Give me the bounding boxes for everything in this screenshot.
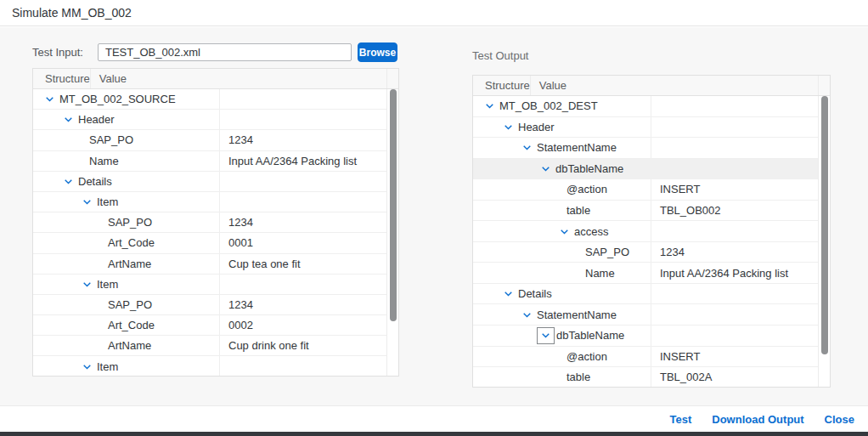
- chevron-down-icon: [82, 362, 92, 371]
- chevron-down-icon: [522, 143, 532, 152]
- node-label: Item: [97, 278, 118, 291]
- chevron-down-icon: [504, 289, 513, 298]
- node-value: Cup drink one fit: [219, 336, 386, 355]
- expand-toggle[interactable]: [541, 164, 550, 173]
- tree-row[interactable]: SAP_PO1234: [33, 212, 386, 233]
- tree-row[interactable]: tableTBL_OB002: [473, 201, 818, 222]
- tree-row[interactable]: SAP_PO1234: [33, 130, 386, 150]
- tree-row[interactable]: Item: [33, 192, 386, 212]
- tree-row[interactable]: Item: [33, 356, 386, 376]
- node-label: Item: [97, 195, 118, 208]
- tree-row[interactable]: StatementName: [473, 138, 818, 159]
- tree-row[interactable]: StatementName: [473, 304, 818, 326]
- node-label: ArtName: [108, 258, 151, 270]
- expand-toggle[interactable]: [64, 115, 73, 124]
- node-value: [651, 117, 818, 138]
- node-label: Name: [585, 267, 615, 280]
- column-header-value: Value: [530, 76, 818, 95]
- table-body: MT_OB_002_DESTHeaderStatementNamedbTable…: [473, 96, 818, 387]
- node-value: INSERT: [651, 347, 818, 367]
- node-label: SAP_PO: [108, 216, 152, 229]
- expand-toggle[interactable]: [82, 362, 92, 371]
- structure-cell: MT_OB_002_DEST: [473, 96, 651, 116]
- structure-cell: Item: [33, 356, 219, 376]
- test-input-field[interactable]: [98, 43, 352, 61]
- tree-row[interactable]: Header: [33, 110, 386, 130]
- chevron-down-icon: [522, 310, 532, 320]
- tree-row[interactable]: NameInput AA/2364 Packing list: [33, 151, 386, 172]
- table-header-row: StructureValue: [33, 69, 398, 89]
- chevron-down-icon: [64, 177, 73, 186]
- expand-toggle[interactable]: [504, 122, 513, 132]
- expand-toggle[interactable]: [64, 177, 73, 186]
- tree-row[interactable]: Details: [473, 284, 818, 305]
- chevron-down-icon: [64, 115, 73, 124]
- node-value: 0001: [219, 233, 386, 252]
- tree-row[interactable]: Details: [33, 172, 386, 192]
- scrollbar-track[interactable]: [818, 96, 830, 387]
- tree-row[interactable]: Art_Code0002: [33, 315, 386, 336]
- tree-row[interactable]: SAP_PO1234: [473, 242, 818, 263]
- tree-row[interactable]: dbTableName: [473, 326, 818, 347]
- expand-toggle[interactable]: [522, 143, 532, 152]
- node-value: [219, 172, 386, 191]
- table-header-row: StructureValue: [473, 76, 830, 96]
- structure-cell: ArtName: [33, 254, 219, 274]
- tree-row[interactable]: MT_OB_002_DEST: [473, 96, 818, 117]
- node-label: StatementName: [537, 141, 617, 154]
- node-label: Item: [97, 360, 118, 373]
- tree-row[interactable]: SAP_PO1234: [33, 295, 386, 315]
- structure-cell: Details: [33, 172, 219, 191]
- structure-cell: table: [473, 367, 651, 387]
- close-button[interactable]: Close: [825, 413, 854, 426]
- tree-row[interactable]: @actionINSERT: [473, 347, 818, 368]
- tree-row[interactable]: dbTableName: [473, 159, 818, 180]
- scrollbar-track[interactable]: [386, 89, 398, 376]
- expand-toggle[interactable]: [541, 331, 550, 340]
- scrollbar-header-spacer: [386, 69, 398, 88]
- structure-cell: MT_OB_002_SOURCE: [33, 89, 219, 109]
- expand-toggle[interactable]: [485, 101, 494, 110]
- focused-expand-toggle[interactable]: [537, 327, 555, 344]
- expand-toggle[interactable]: [82, 197, 92, 207]
- tree-row[interactable]: Header: [473, 117, 818, 139]
- chevron-down-icon: [485, 101, 494, 110]
- scrollbar-header-spacer: [818, 76, 830, 95]
- expand-toggle[interactable]: [504, 289, 513, 298]
- test-button[interactable]: Test: [670, 413, 692, 426]
- tree-row[interactable]: Art_Code0001: [33, 233, 386, 253]
- node-value: [219, 89, 386, 109]
- tree-row[interactable]: NameInput AA/2364 Packing list: [473, 263, 818, 284]
- expand-toggle[interactable]: [82, 280, 92, 289]
- scrollbar-thumb[interactable]: [821, 96, 828, 354]
- column-header-structure: Structure: [33, 69, 90, 88]
- structure-cell: StatementName: [473, 138, 651, 158]
- tree-row[interactable]: access: [473, 221, 818, 242]
- node-value: Cup tea one fit: [219, 254, 386, 274]
- node-value: [219, 356, 386, 376]
- structure-cell: StatementName: [473, 304, 651, 325]
- node-label: @action: [566, 350, 607, 363]
- structure-cell: Name: [33, 151, 219, 171]
- expand-toggle[interactable]: [522, 310, 532, 320]
- expand-toggle[interactable]: [560, 227, 569, 236]
- structure-cell: dbTableName: [473, 326, 651, 346]
- tree-row[interactable]: ArtNameCup drink one fit: [33, 336, 386, 356]
- tree-row[interactable]: tableTBL_002A: [473, 367, 818, 387]
- node-value: [651, 284, 818, 304]
- node-label: table: [566, 371, 590, 383]
- tree-row[interactable]: MT_OB_002_SOURCE: [33, 89, 386, 110]
- chevron-down-icon: [82, 280, 92, 289]
- structure-cell: Item: [33, 275, 219, 294]
- download-output-button[interactable]: Download Output: [712, 413, 803, 426]
- scrollbar-thumb[interactable]: [390, 89, 397, 321]
- node-label: SAP_PO: [89, 133, 133, 146]
- node-value: [651, 304, 818, 325]
- tree-row[interactable]: ArtNameCup tea one fit: [33, 254, 386, 275]
- browse-button[interactable]: Browse: [358, 42, 397, 62]
- tree-row[interactable]: @actionINSERT: [473, 179, 818, 201]
- dialog-title-bar: Simulate MM_OB_002: [0, 0, 868, 26]
- expand-toggle[interactable]: [45, 94, 54, 104]
- tree-row[interactable]: Item: [33, 275, 386, 295]
- test-input-label: Test Input:: [32, 43, 83, 61]
